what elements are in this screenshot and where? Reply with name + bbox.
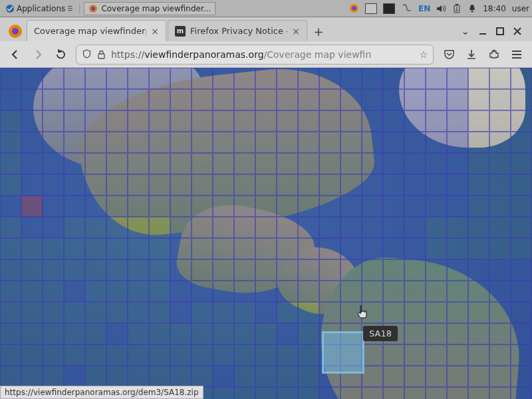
coverage-tile[interactable] xyxy=(170,89,192,110)
coverage-tile[interactable] xyxy=(383,259,404,281)
coverage-tile[interactable] xyxy=(234,68,255,89)
coverage-tile[interactable] xyxy=(426,387,447,399)
coverage-tile[interactable] xyxy=(340,174,362,196)
coverage-tile[interactable] xyxy=(319,259,340,281)
coverage-tile[interactable] xyxy=(511,153,532,174)
coverage-tile[interactable] xyxy=(106,281,128,302)
coverage-tile[interactable] xyxy=(319,281,340,302)
coverage-tile[interactable] xyxy=(340,281,362,302)
notifications-icon[interactable] xyxy=(467,4,477,13)
coverage-tile[interactable] xyxy=(319,238,340,259)
coverage-tile[interactable] xyxy=(489,174,511,196)
coverage-tile[interactable] xyxy=(489,110,511,132)
coverage-tile[interactable] xyxy=(426,302,447,323)
coverage-tile[interactable] xyxy=(213,323,234,344)
coverage-tile[interactable] xyxy=(128,366,149,387)
coverage-tile[interactable] xyxy=(277,153,298,174)
coverage-tile[interactable] xyxy=(426,153,447,174)
coverage-tile[interactable] xyxy=(404,217,426,238)
coverage-tile[interactable] xyxy=(340,68,362,89)
address-bar[interactable]: https://viewfinderpanoramas.org/Coverage… xyxy=(76,45,434,65)
coverage-tile[interactable] xyxy=(85,259,106,281)
coverage-tile[interactable] xyxy=(468,344,489,366)
coverage-tile[interactable] xyxy=(298,153,319,174)
coverage-tile[interactable] xyxy=(362,132,383,153)
coverage-tile[interactable] xyxy=(489,344,511,366)
coverage-tile[interactable] xyxy=(64,323,85,344)
coverage-tile[interactable] xyxy=(255,323,277,344)
coverage-tile[interactable] xyxy=(489,259,511,281)
coverage-tile[interactable] xyxy=(170,281,192,302)
coverage-tile[interactable] xyxy=(468,238,489,259)
coverage-tile[interactable] xyxy=(0,89,21,110)
coverage-tile[interactable] xyxy=(447,281,468,302)
coverage-tile[interactable] xyxy=(106,238,128,259)
coverage-tile[interactable] xyxy=(340,259,362,281)
coverage-tile[interactable] xyxy=(192,68,213,89)
coverage-tile[interactable] xyxy=(64,344,85,366)
coverage-tile[interactable] xyxy=(192,132,213,153)
coverage-tile[interactable] xyxy=(192,323,213,344)
coverage-tile[interactable] xyxy=(277,238,298,259)
coverage-tile[interactable] xyxy=(106,259,128,281)
power-icon[interactable] xyxy=(452,4,462,13)
coverage-tile[interactable] xyxy=(149,196,170,217)
coverage-tile[interactable] xyxy=(106,344,128,366)
coverage-tile[interactable] xyxy=(149,238,170,259)
coverage-tile[interactable] xyxy=(106,110,128,132)
coverage-tile[interactable] xyxy=(255,89,277,110)
coverage-tile[interactable] xyxy=(192,153,213,174)
coverage-tile[interactable] xyxy=(277,174,298,196)
coverage-tile[interactable] xyxy=(255,387,277,399)
coverage-tile[interactable] xyxy=(170,68,192,89)
coverage-tile[interactable] xyxy=(43,259,64,281)
coverage-tile[interactable] xyxy=(192,174,213,196)
coverage-tile[interactable] xyxy=(149,68,170,89)
coverage-tile[interactable] xyxy=(511,132,532,153)
coverage-tile[interactable] xyxy=(106,323,128,344)
coverage-tile[interactable] xyxy=(192,302,213,323)
coverage-tile[interactable] xyxy=(170,110,192,132)
coverage-tile[interactable] xyxy=(0,302,21,323)
coverage-tile[interactable] xyxy=(106,153,128,174)
coverage-tile[interactable] xyxy=(234,302,255,323)
coverage-tile[interactable] xyxy=(21,68,43,89)
coverage-tile[interactable] xyxy=(85,68,106,89)
coverage-tile[interactable] xyxy=(85,366,106,387)
coverage-tile[interactable] xyxy=(298,238,319,259)
coverage-tile[interactable] xyxy=(277,132,298,153)
coverage-tile[interactable] xyxy=(192,217,213,238)
coverage-tile[interactable] xyxy=(298,174,319,196)
coverage-tile[interactable] xyxy=(149,366,170,387)
coverage-tile[interactable] xyxy=(489,302,511,323)
coverage-tile[interactable] xyxy=(149,110,170,132)
coverage-tile[interactable] xyxy=(340,387,362,399)
coverage-tile[interactable] xyxy=(0,217,21,238)
coverage-tile[interactable] xyxy=(234,238,255,259)
coverage-tile[interactable] xyxy=(106,68,128,89)
new-tab-button[interactable]: + xyxy=(309,21,329,41)
coverage-tile[interactable] xyxy=(170,132,192,153)
coverage-tile[interactable] xyxy=(43,174,64,196)
coverage-tile[interactable] xyxy=(170,217,192,238)
coverage-tile[interactable] xyxy=(426,174,447,196)
coverage-tile[interactable] xyxy=(404,196,426,217)
coverage-tile[interactable] xyxy=(489,89,511,110)
coverage-tile[interactable] xyxy=(85,153,106,174)
coverage-tile[interactable] xyxy=(383,344,404,366)
back-button[interactable] xyxy=(8,47,23,62)
coverage-tile[interactable] xyxy=(447,259,468,281)
coverage-tile[interactable] xyxy=(468,217,489,238)
coverage-tile[interactable] xyxy=(0,174,21,196)
minimize-window-icon[interactable] xyxy=(479,27,487,35)
coverage-tile[interactable] xyxy=(21,281,43,302)
coverage-tile[interactable] xyxy=(362,89,383,110)
coverage-tile[interactable] xyxy=(383,68,404,89)
coverage-tile[interactable] xyxy=(64,302,85,323)
coverage-tile[interactable] xyxy=(255,366,277,387)
coverage-tile[interactable] xyxy=(234,259,255,281)
coverage-tile[interactable] xyxy=(0,110,21,132)
coverage-tile[interactable] xyxy=(255,302,277,323)
tab-privacy-notice[interactable]: m Firefox Privacy Notice — M × xyxy=(168,20,307,41)
coverage-tile[interactable] xyxy=(511,323,532,344)
